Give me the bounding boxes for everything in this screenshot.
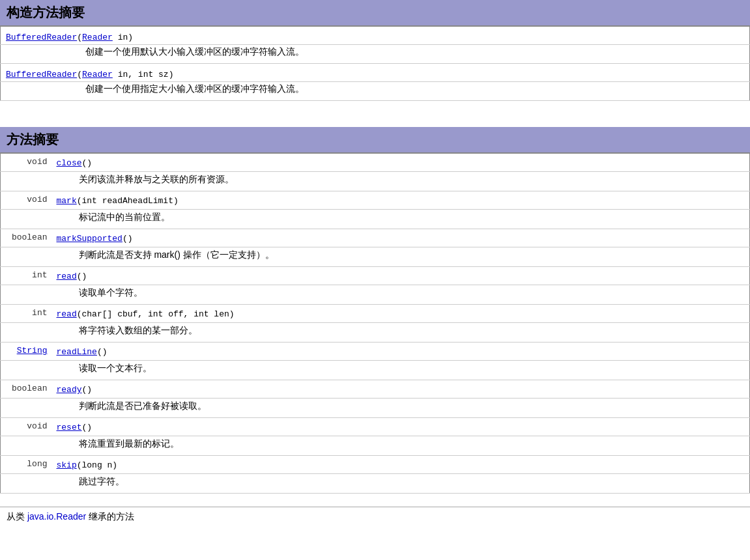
method-ready-link[interactable]: ready xyxy=(57,385,82,395)
method-reset-description: 将流重置到最新的标记。 xyxy=(53,436,750,456)
constructor-1-signature: BufferedReader(Reader in) xyxy=(6,33,133,42)
section-gap xyxy=(0,114,750,127)
method-ready-return-type: boolean xyxy=(1,380,53,399)
method-mark-signature: mark(int readAheadLimit) xyxy=(57,196,179,206)
method-row-ready-desc: 判断此流是否已准备好被读取。 xyxy=(1,399,750,418)
method-row-reset-desc: 将流重置到最新的标记。 xyxy=(1,436,750,456)
method-row-close-sig: void close() xyxy=(1,154,750,172)
method-marksupported-link[interactable]: markSupported xyxy=(57,234,123,244)
method-skip-sig-cell: skip(long n) xyxy=(53,456,750,474)
method-row-mark-desc: 标记流中的当前位置。 xyxy=(1,210,750,229)
method-row-skip-sig: long skip(long n) xyxy=(1,456,750,474)
method-readline-desc-spacer xyxy=(1,361,53,380)
method-row-read2-desc: 将字符读入数组的某一部分。 xyxy=(1,323,750,343)
method-readline-description: 读取一个文本行。 xyxy=(53,361,750,380)
method-read1-desc-spacer xyxy=(1,285,53,305)
method-read2-description: 将字符读入数组的某一部分。 xyxy=(53,323,750,343)
method-read2-sig-cell: read(char[] cbuf, int off, int len) xyxy=(53,305,750,323)
constructor-2-reader-link[interactable]: Reader xyxy=(82,70,113,79)
method-ready-signature: ready() xyxy=(57,385,93,395)
method-readline-signature: readLine() xyxy=(57,347,108,357)
method-skip-return-type: long xyxy=(1,456,53,474)
method-readline-sig-cell: readLine() xyxy=(53,343,750,361)
method-close-desc-spacer xyxy=(1,172,53,191)
method-reset-desc-spacer xyxy=(1,436,53,456)
method-marksupported-sig-cell: markSupported() xyxy=(53,229,750,247)
method-close-signature: close() xyxy=(57,158,93,168)
method-mark-return-type: void xyxy=(1,191,53,210)
method-row-read2-sig: int read(char[] cbuf, int off, int len) xyxy=(1,305,750,323)
inherited-class-link[interactable]: java.io.Reader xyxy=(27,511,89,522)
method-row-readline-desc: 读取一个文本行。 xyxy=(1,361,750,380)
method-row-marksupported-sig: boolean markSupported() xyxy=(1,229,750,247)
constructor-row-2-desc: 创建一个使用指定大小输入缓冲区的缓冲字符输入流。 xyxy=(1,82,750,101)
method-mark-description: 标记流中的当前位置。 xyxy=(53,210,750,229)
method-row-skip-desc: 跳过字符。 xyxy=(1,474,750,494)
method-marksupported-return-type: boolean xyxy=(1,229,53,247)
method-skip-desc-spacer xyxy=(1,474,53,494)
method-close-link[interactable]: close xyxy=(57,158,82,168)
method-skip-link[interactable]: skip xyxy=(57,460,77,470)
method-mark-desc-spacer xyxy=(1,210,53,229)
method-reset-link[interactable]: reset xyxy=(57,423,82,432)
method-read2-signature: read(char[] cbuf, int off, int len) xyxy=(57,309,235,319)
constructor-summary-table: BufferedReader(Reader in) 创建一个使用默认大小输入缓冲… xyxy=(0,26,750,101)
method-close-description: 关闭该流并释放与之关联的所有资源。 xyxy=(53,172,750,191)
method-reset-sig-cell: reset() xyxy=(53,418,750,436)
method-mark-link[interactable]: mark xyxy=(57,196,77,206)
method-summary-table: void close() 关闭该流并释放与之关联的所有资源。 xyxy=(0,153,750,494)
method-mark-sig-cell: mark(int readAheadLimit) xyxy=(53,191,750,210)
method-read1-sig-cell: read() xyxy=(53,267,750,285)
method-ready-description: 判断此流是否已准备好被读取。 xyxy=(53,399,750,418)
method-skip-description: 跳过字符。 xyxy=(53,474,750,494)
method-marksupported-description: 判断此流是否支持 mark() 操作（它一定支持）。 xyxy=(53,247,750,267)
method-ready-sig-cell: ready() xyxy=(53,380,750,399)
method-read2-desc-spacer xyxy=(1,323,53,343)
constructor-1-description: 创建一个使用默认大小输入缓冲区的缓冲字符输入流。 xyxy=(1,45,750,64)
constructor-row-2-sig: BufferedReader(Reader in, int sz) xyxy=(1,64,750,82)
method-read1-return-type: int xyxy=(1,267,53,285)
method-row-readline-sig: String readLine() xyxy=(1,343,750,361)
method-read1-signature: read() xyxy=(57,272,87,281)
page-container: 构造方法摘要 BufferedReader(Reader in) 创建一个使用默… xyxy=(0,0,750,527)
method-reset-signature: reset() xyxy=(57,423,93,432)
method-summary-header: 方法摘要 xyxy=(0,127,750,153)
constructor-row-1-sig: BufferedReader(Reader in) xyxy=(1,27,750,45)
constructor-2-sig-cell: BufferedReader(Reader in, int sz) xyxy=(1,64,750,82)
constructor-row-1-desc: 创建一个使用默认大小输入缓冲区的缓冲字符输入流。 xyxy=(1,45,750,64)
constructor-1-reader-link[interactable]: Reader xyxy=(82,33,113,42)
method-marksupported-signature: markSupported() xyxy=(57,234,133,244)
method-read2-link[interactable]: read xyxy=(57,309,77,319)
method-read2-return-type: int xyxy=(1,305,53,323)
method-readline-return-type: String xyxy=(1,343,53,361)
constructor-2-description: 创建一个使用指定大小输入缓冲区的缓冲字符输入流。 xyxy=(1,82,750,101)
method-row-mark-sig: void mark(int readAheadLimit) xyxy=(1,191,750,210)
method-ready-desc-spacer xyxy=(1,399,53,418)
method-read1-link[interactable]: read xyxy=(57,272,77,281)
constructor-1-link[interactable]: BufferedReader xyxy=(6,33,77,42)
method-summary-section: 方法摘要 void close() xyxy=(0,127,750,494)
constructor-2-signature: BufferedReader(Reader in, int sz) xyxy=(6,70,173,79)
constructor-1-sig-cell: BufferedReader(Reader in) xyxy=(1,27,750,45)
constructor-summary-header: 构造方法摘要 xyxy=(0,0,750,26)
inherited-methods-section: 从类 java.io.Reader 继承的方法 xyxy=(0,507,750,527)
constructor-2-link[interactable]: BufferedReader xyxy=(6,70,77,79)
method-close-return-type: void xyxy=(1,154,53,172)
method-row-read1-desc: 读取单个字符。 xyxy=(1,285,750,305)
method-row-ready-sig: boolean ready() xyxy=(1,380,750,399)
constructor-summary-section: 构造方法摘要 BufferedReader(Reader in) 创建一个使用默… xyxy=(0,0,750,101)
method-row-marksupported-desc: 判断此流是否支持 mark() 操作（它一定支持）。 xyxy=(1,247,750,267)
method-readline-link[interactable]: readLine xyxy=(57,347,97,357)
method-row-read1-sig: int read() xyxy=(1,267,750,285)
method-row-reset-sig: void reset() xyxy=(1,418,750,436)
method-marksupported-desc-spacer xyxy=(1,247,53,267)
method-read1-description: 读取单个字符。 xyxy=(53,285,750,305)
method-close-sig-cell: close() xyxy=(53,154,750,172)
method-reset-return-type: void xyxy=(1,418,53,436)
method-skip-signature: skip(long n) xyxy=(57,460,118,470)
method-row-close-desc: 关闭该流并释放与之关联的所有资源。 xyxy=(1,172,750,191)
